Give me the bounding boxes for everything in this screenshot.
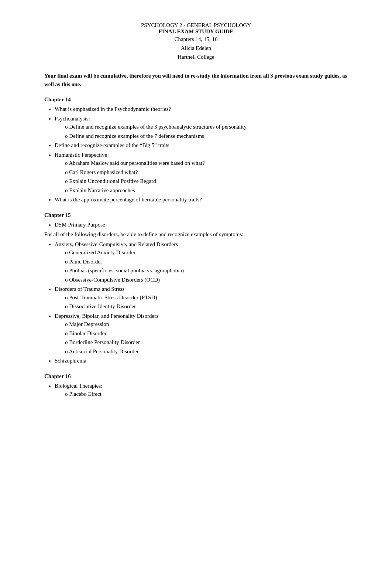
header-line2: FINAL EXAM STUDY GUIDE bbox=[44, 28, 348, 35]
sublist-item: Define and recognize examples of the 7 d… bbox=[65, 132, 348, 140]
list-item: DSM Primary Purpose bbox=[55, 221, 348, 229]
sublist-item: Abraham Maslow said our personalities we… bbox=[65, 159, 348, 167]
header-line5: Hartnell College bbox=[44, 52, 348, 61]
sublist-item: Define and recognize examples of the 3 p… bbox=[65, 123, 348, 131]
list-item: Define and recognize examples of the “Bi… bbox=[55, 141, 348, 150]
list-item: Humanistic PerspectiveAbraham Maslow sai… bbox=[55, 151, 348, 195]
sublist: Placebo Effect bbox=[65, 390, 348, 398]
sublist: Post-Traumatic Stress Disorder (PTSD)Dis… bbox=[65, 293, 348, 311]
sublist-item: Major Depression bbox=[65, 320, 348, 329]
sublist-item: Phobias (specific vs. social phobia vs. … bbox=[65, 266, 348, 275]
chapter15-list-after: Anxiety, Obsessive-Compulsive, and Relat… bbox=[55, 240, 348, 365]
sublist-item: Placebo Effect bbox=[65, 390, 348, 398]
sublist-item: Borderline Personality Disorder bbox=[65, 338, 348, 347]
chapter14-list: What is emphasized in the Psychodynamic … bbox=[55, 105, 348, 204]
sublist-item: Panic Disorder bbox=[65, 258, 348, 266]
list-item: Depressive, Bipolar, and Personality Dis… bbox=[55, 312, 348, 356]
list-item: What is emphasized in the Psychodynamic … bbox=[55, 105, 348, 113]
sublist: Define and recognize examples of the 3 p… bbox=[65, 123, 348, 140]
sublist-item: Dissociative Identity Disorder bbox=[65, 302, 348, 311]
sublist-item: Post-Traumatic Stress Disorder (PTSD) bbox=[65, 293, 348, 302]
chapter14-title: Chapter 14 bbox=[44, 96, 348, 103]
chapter16-title: Chapter 16 bbox=[44, 373, 348, 380]
list-item: Anxiety, Obsessive-Compulsive, and Relat… bbox=[55, 240, 348, 284]
header-line3: Chapters 14, 15, 16 bbox=[44, 35, 348, 44]
list-item: Schizophrenia bbox=[55, 357, 348, 365]
sublist-item: Bipolar Disorder bbox=[65, 329, 348, 338]
header-line1: PSYCHOLOGY 2 - GENERAL PSYCHOLOGY bbox=[44, 22, 348, 28]
sublist-item: Obsessive-Compulsive Disorders (OCD) bbox=[65, 276, 348, 284]
chapter15-title: Chapter 15 bbox=[44, 212, 348, 218]
page-header: PSYCHOLOGY 2 - GENERAL PSYCHOLOGY FINAL … bbox=[44, 22, 348, 61]
sublist: Abraham Maslow said our personalities we… bbox=[65, 159, 348, 194]
sublist-item: Antisocial Personality Disorder bbox=[65, 347, 348, 356]
header-sublines: Chapters 14, 15, 16 Alicia Edelen Hartne… bbox=[44, 35, 348, 61]
list-item: Psychoanalysis:Define and recognize exam… bbox=[55, 115, 348, 140]
list-item: What is the approximate percentage of he… bbox=[55, 195, 348, 204]
sublist-item: Carl Rogers emphasized what? bbox=[65, 168, 348, 177]
sublist: Major DepressionBipolar DisorderBorderli… bbox=[65, 320, 348, 355]
list-item: Disorders of Trauma and StressPost-Traum… bbox=[55, 285, 348, 311]
sublist-item: Explain Unconditional Positive Regard bbox=[65, 177, 348, 186]
intro-text: Your final exam will be cumulative, ther… bbox=[44, 72, 348, 88]
chapter15-list-before: DSM Primary Purpose bbox=[55, 221, 348, 229]
sublist: Generalized Anxiety DisorderPanic Disord… bbox=[65, 248, 348, 284]
list-item: Biological Therapies:Placebo Effect bbox=[55, 382, 348, 398]
sublist-item: Generalized Anxiety Disorder bbox=[65, 248, 348, 257]
sublist-item: Explain Narrative approaches bbox=[65, 186, 348, 195]
for-all-text: For all of the following disorders, be a… bbox=[44, 230, 348, 239]
chapter16-list: Biological Therapies:Placebo Effect bbox=[55, 382, 348, 398]
header-line4: Alicia Edelen bbox=[44, 44, 348, 52]
